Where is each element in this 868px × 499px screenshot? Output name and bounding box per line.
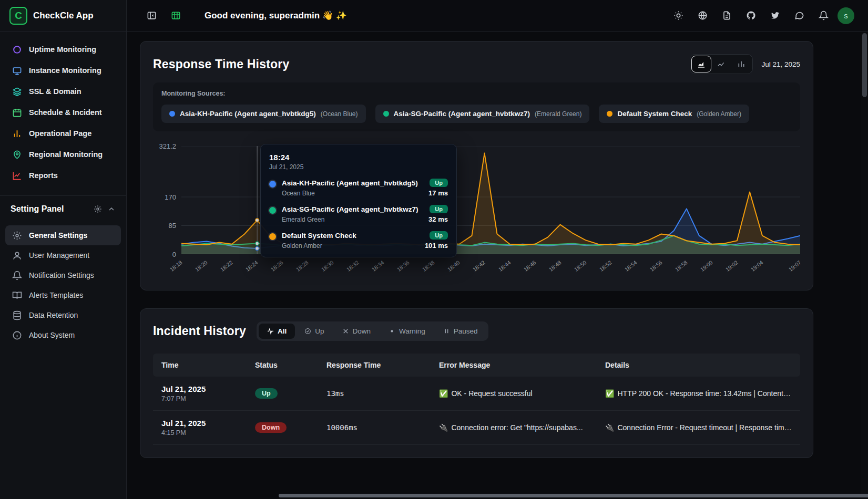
filter-tab-up[interactable]: Up [296, 324, 332, 339]
gear-icon [94, 205, 102, 213]
vertical-scrollbar-track[interactable] [861, 32, 868, 499]
success-icon: ✅ [439, 389, 448, 398]
globe-icon [698, 11, 708, 20]
docs-button[interactable] [717, 6, 737, 26]
area-chart-icon [697, 60, 706, 68]
sidebar-item-label: Uptime Monitoring [29, 45, 96, 54]
sidebar-item-general-settings[interactable]: General Settings [5, 225, 121, 245]
sidebar-item-label: Operational Page [29, 129, 91, 138]
series-color-dot [269, 181, 276, 188]
source-chip-asia-kh[interactable]: Asia-KH-Pacific (Agent agent_hvbtkdg5) (… [161, 105, 366, 123]
sidebar-item-reports[interactable]: Reports [5, 165, 121, 186]
source-chip-asia-sg[interactable]: Asia-SG-Pacific (Agent agent_hvbtkwz7) (… [375, 105, 590, 123]
language-button[interactable] [692, 6, 712, 26]
sidebar: C CheckCle App Uptime Monitoring Instanc… [0, 0, 127, 499]
sidebar-item-instance-monitoring[interactable]: Instance Monitoring [5, 60, 121, 81]
sidebar-item-user-management[interactable]: User Management [5, 245, 121, 265]
tooltip-row: Asia-KH-Pacific (Agent agent_hvbtkdg5) U… [269, 179, 448, 197]
sidebar-item-label: Reports [29, 171, 58, 180]
panel-left-icon [147, 11, 157, 20]
sidebar-item-regional-monitoring[interactable]: Regional Monitoring [5, 144, 121, 165]
topbar-actions: s [668, 6, 854, 26]
area-chart-toggle[interactable] [691, 56, 711, 72]
user-icon [12, 250, 22, 261]
sidebar-item-label: About System [29, 331, 75, 339]
setting-panel-title: Setting Panel [11, 204, 88, 214]
bell-icon [819, 11, 829, 20]
error-message: OK - Request successful [451, 389, 532, 398]
reports-icon [12, 170, 22, 181]
sidebar-item-about-system[interactable]: About System [5, 325, 121, 345]
chart-view-toggle-group [690, 54, 753, 74]
app-root: C CheckCle App Uptime Monitoring Instanc… [0, 0, 868, 499]
x-icon [342, 328, 349, 335]
sidebar-item-uptime-monitoring[interactable]: Uptime Monitoring [5, 39, 121, 60]
source-color-dot [383, 111, 389, 117]
table-header-row: Time Status Response Time Error Message … [153, 354, 800, 377]
success-icon: ✅ [605, 389, 614, 398]
app-logo[interactable]: C CheckCle App [0, 0, 126, 32]
sidebar-item-notification-settings[interactable]: Notification Settings [5, 265, 121, 285]
series-name: Default System Check [282, 232, 356, 240]
vertical-scrollbar-thumb[interactable] [862, 33, 867, 97]
sidebar-item-alerts-templates[interactable]: Alerts Templates [5, 285, 121, 305]
response-time-card: Response Time History Jul 21, 2025 [140, 41, 813, 290]
feedback-button[interactable] [789, 6, 809, 26]
activity-icon [267, 328, 274, 335]
table-row[interactable]: Jul 21, 2025 4:15 PM Down 10006ms 🔌Conne… [153, 411, 800, 445]
database-icon [12, 310, 22, 320]
sidebar-item-label: User Management [29, 251, 89, 259]
incident-date: Jul 21, 2025 [161, 384, 238, 393]
github-button[interactable] [741, 6, 761, 26]
sidebar-collapse-button[interactable] [141, 6, 161, 26]
filter-tab-paused[interactable]: Paused [435, 324, 486, 339]
sidebar-item-label: Schedule & Incident [29, 108, 102, 117]
source-color-label: (Emerald Green) [535, 110, 581, 118]
logo-icon: C [9, 7, 27, 25]
twitter-button[interactable] [765, 6, 785, 26]
plug-icon: 🔌 [439, 423, 448, 432]
line-chart-toggle[interactable] [711, 56, 731, 72]
source-name: Asia-SG-Pacific (Agent agent_hvbtkwz7) [394, 110, 530, 118]
series-color-label: Emerald Green [282, 216, 324, 223]
series-color-dot [269, 207, 276, 214]
theme-toggle-button[interactable] [668, 6, 688, 26]
x-axis-labels: 18:1818:2018:2218:2418:2618:2818:3018:32… [181, 256, 800, 277]
source-chip-default-check[interactable]: Default System Check (Golden Amber) [599, 105, 749, 123]
sidebar-item-ssl-domain[interactable]: SSL & Domain [5, 81, 121, 102]
sidebar-item-schedule-incident[interactable]: Schedule & Incident [5, 102, 121, 123]
setting-panel-header[interactable]: Setting Panel [0, 196, 126, 218]
info-icon [12, 330, 22, 340]
sidebar-item-label: Regional Monitoring [29, 150, 103, 159]
chevron-up-icon[interactable] [107, 205, 116, 213]
tooltip-date: Jul 21, 2025 [269, 163, 448, 171]
status-badge: Up [430, 179, 448, 187]
source-name: Asia-KH-Pacific (Agent agent_hvbtkdg5) [180, 110, 316, 118]
main-area: Good evening, superadmin 👋 ✨ [127, 0, 868, 499]
notifications-button[interactable] [813, 6, 833, 26]
response-chart-area: 321.2170850 18:24 Jul 21, 2025 [153, 146, 800, 277]
user-avatar[interactable]: s [838, 7, 854, 24]
filter-tab-down[interactable]: Down [334, 324, 380, 339]
instance-monitoring-icon [12, 65, 22, 76]
main-nav: Uptime Monitoring Instance Monitoring SS… [0, 32, 126, 190]
table-view-button[interactable] [166, 6, 186, 26]
status-badge: Down [255, 422, 287, 433]
horizontal-scrollbar-thumb[interactable] [279, 494, 868, 497]
incident-date: Jul 21, 2025 [161, 419, 238, 428]
filter-tab-all[interactable]: All [259, 324, 295, 339]
pause-icon [443, 328, 450, 335]
tooltip-row: Asia-SG-Pacific (Agent agent_hvbtkwz7) U… [269, 205, 448, 223]
sidebar-item-operational-page[interactable]: Operational Page [5, 123, 121, 144]
sidebar-item-data-retention[interactable]: Data Retention [5, 305, 121, 325]
filter-tab-warning[interactable]: Warning [380, 324, 434, 339]
source-name: Default System Check [617, 110, 692, 118]
series-name: Asia-KH-Pacific (Agent agent_hvbtkdg5) [282, 179, 418, 187]
bar-chart-toggle[interactable] [731, 56, 751, 72]
app-title: CheckCle App [33, 11, 94, 21]
response-card-title: Response Time History [153, 57, 289, 71]
status-badge: Up [255, 388, 278, 399]
book-icon [12, 290, 22, 300]
table-row[interactable]: Jul 21, 2025 7:07 PM Up 13ms ✅OK - Reque… [153, 377, 800, 411]
sidebar-item-label: Notification Settings [29, 271, 94, 279]
